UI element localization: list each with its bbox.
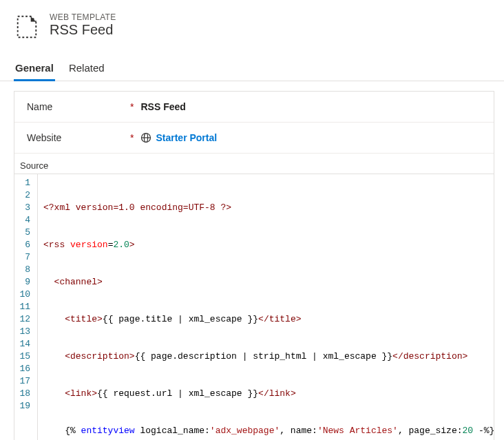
field-name-row: Name * RSS Feed: [14, 92, 494, 123]
field-website-link[interactable]: Starter Portal: [140, 132, 217, 143]
line-number: 7: [17, 251, 32, 264]
line-gutter: 12345678910111213141516171819: [14, 174, 38, 440]
line-number: 5: [17, 227, 32, 239]
line-number: 18: [17, 388, 32, 400]
page-title: RSS Feed: [50, 22, 116, 38]
tab-related[interactable]: Related: [67, 56, 106, 81]
line-number: 19: [17, 400, 32, 412]
required-mark: *: [130, 101, 134, 112]
globe-icon: [140, 132, 151, 143]
code-content[interactable]: <?xml version=1.0 encoding=UTF-8 ?> <rss…: [38, 174, 494, 440]
tab-bar: General Related: [0, 56, 504, 81]
line-number: 4: [17, 214, 32, 227]
line-number: 13: [17, 326, 32, 338]
line-number: 14: [17, 338, 32, 350]
line-number: 15: [17, 350, 32, 363]
field-name-label: Name: [27, 101, 130, 112]
field-website-value: Starter Portal: [156, 132, 217, 143]
line-number: 12: [17, 313, 32, 326]
code-editor[interactable]: 12345678910111213141516171819 <?xml vers…: [14, 174, 494, 440]
form-panel: Name * RSS Feed Website * Starter Portal…: [14, 91, 494, 440]
line-number: 1: [17, 177, 32, 189]
line-number: 8: [17, 264, 32, 276]
line-number: 17: [17, 375, 32, 388]
line-number: 6: [17, 239, 32, 251]
field-name-value[interactable]: RSS Feed: [140, 101, 185, 112]
line-number: 9: [17, 276, 32, 289]
line-number: 10: [17, 289, 32, 301]
required-mark: *: [130, 132, 134, 143]
template-icon: [14, 14, 40, 40]
field-website-row: Website * Starter Portal: [14, 123, 494, 154]
page-header: WEB TEMPLATE RSS Feed: [0, 0, 504, 48]
entity-type-label: WEB TEMPLATE: [50, 12, 116, 22]
source-label: Source: [14, 154, 494, 174]
line-number: 16: [17, 363, 32, 375]
field-website-label: Website: [27, 132, 130, 143]
tab-general[interactable]: General: [14, 56, 55, 81]
line-number: 11: [17, 301, 32, 313]
line-number: 2: [17, 189, 32, 202]
line-number: 3: [17, 202, 32, 214]
